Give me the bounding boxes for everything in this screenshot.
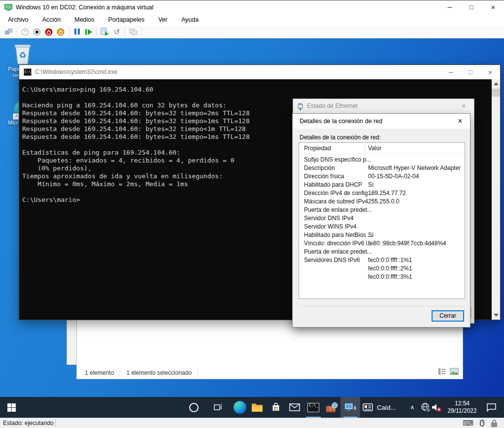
scroll-up-icon[interactable] [494, 82, 499, 85]
table-row: fec0:0:0:ffff::2%1 [299, 264, 465, 273]
vm-window-title: Windows 10 en DC02: Conexión a máquina v… [16, 0, 153, 14]
vm-maximize-button[interactable]: □ [461, 0, 482, 14]
table-row: Puerta de enlace predet... [299, 248, 465, 256]
vm-toolbar: ↺ [0, 26, 504, 38]
power-icon [21, 28, 29, 36]
table-row: Servidor DNS IPv4 [299, 214, 465, 223]
vm-monitor-icon [4, 3, 13, 13]
pause-icon [73, 28, 80, 36]
table-row: Habilitado para NetBios ...Sí [299, 231, 465, 239]
scroll-thumb[interactable] [492, 89, 500, 97]
taskbar-explorer-button[interactable] [247, 397, 268, 418]
windows-logo-icon [7, 403, 16, 412]
network-connections-icon [344, 403, 357, 412]
cmd-close-button[interactable]: × [480, 65, 500, 79]
save-state-vm-button[interactable] [55, 27, 67, 37]
tray-volume-button[interactable] [430, 397, 443, 418]
table-row: Máscara de subred IPv4255.255.0.0 [299, 198, 465, 206]
checkpoint-icon [101, 28, 109, 36]
table-row: Vínculo: dirección IPv6 l...fe80::98cb:9… [299, 239, 465, 248]
explorer-statusbar: 1 elemento 1 elemento seleccionado [77, 367, 463, 379]
enhanced-session-icon [129, 29, 137, 35]
enhanced-session-button[interactable] [127, 27, 139, 37]
column-header-property[interactable]: Propiedad [304, 143, 331, 154]
firewall-icon [326, 402, 338, 413]
tray-chevron-button[interactable]: ∧ [405, 397, 420, 418]
details-table[interactable]: Propiedad Valor Sufijo DNS específico p.… [299, 142, 465, 299]
start-vm-button[interactable] [19, 27, 31, 37]
table-row: DescripciónMicrosoft Hyper-V Network Ada… [299, 164, 465, 172]
globe-no-internet-icon [421, 402, 431, 412]
turn-off-vm-button[interactable] [43, 27, 55, 37]
scroll-down-icon[interactable] [494, 314, 499, 317]
thumbnails-view-button[interactable] [450, 368, 459, 377]
menu-ayuda[interactable]: Ayuda [174, 14, 205, 26]
details-close-button[interactable]: × [451, 114, 469, 129]
taskbar-mail-button[interactable] [284, 397, 305, 418]
task-view-icon [214, 403, 223, 411]
details-view-button[interactable] [438, 368, 446, 377]
start-button[interactable] [0, 397, 23, 418]
taskbar-clock[interactable]: 12:54 29/11/2022 [442, 397, 482, 418]
mail-icon [289, 403, 300, 411]
taskbar-cmd-button[interactable]: C:\_ [303, 397, 324, 418]
table-row: Sufijo DNS específico p... [299, 156, 465, 164]
table-row: Puerta de enlace predet... [299, 206, 465, 214]
pause-vm-button[interactable] [71, 27, 83, 37]
table-row: Dirección física00-15-5D-0A-02-04 [299, 172, 465, 181]
details-dialog-title: Detalles de la conexión de red [300, 114, 382, 129]
menu-ver[interactable]: Ver [151, 14, 174, 26]
lock-icon [491, 419, 497, 428]
vm-titlebar: Windows 10 en DC02: Conexión a máquina v… [0, 0, 504, 14]
menu-portapapeles[interactable]: Portapapeles [101, 14, 152, 26]
cerrar-button[interactable]: Cerrar [432, 310, 464, 322]
menu-accion[interactable]: Acción [35, 14, 68, 26]
taskbar-network-connections-button[interactable] [340, 397, 360, 418]
play-icon [85, 29, 92, 35]
news-icon [363, 403, 373, 412]
table-row: fec0:0:0:ffff::3%1 [299, 273, 465, 281]
menu-archivo[interactable]: Archivo [1, 14, 35, 26]
cortana-icon [189, 403, 199, 412]
ctrl-alt-del-button[interactable] [3, 27, 15, 37]
action-center-button[interactable] [481, 397, 502, 418]
cmd-scrollbar[interactable] [492, 79, 500, 320]
shutdown-vm-button[interactable] [31, 27, 43, 37]
news-widget[interactable]: Caíd... [363, 397, 396, 418]
vm-minimize-button[interactable]: ─ [439, 0, 461, 14]
speaker-muted-icon [431, 403, 442, 412]
revert-checkpoint-button[interactable]: ↺ [111, 27, 123, 37]
power-save-orange-icon [57, 28, 65, 36]
resume-vm-button[interactable] [83, 27, 95, 37]
checkpoint-button[interactable] [99, 27, 111, 37]
details-titlebar: Detalles de la conexión de red × [293, 114, 470, 129]
cmd-icon: C:\_ [307, 403, 319, 412]
task-view-button[interactable] [208, 397, 229, 418]
taskbar-store-button[interactable] [266, 397, 286, 418]
ethernet-dialog-close-button[interactable]: × [455, 99, 472, 113]
menu-medios[interactable]: Medios [67, 14, 101, 26]
table-row: Servidor WINS IPv4 [299, 223, 465, 231]
vm-close-button[interactable]: × [482, 0, 504, 14]
cmd-minimize-button[interactable]: ─ [441, 65, 461, 79]
details-table-label: Detalles de la conexión de red: [300, 134, 381, 141]
ethernet-dialog-title: Estado de Ethernet [307, 99, 358, 113]
power-off-red-icon [45, 28, 53, 36]
cmd-titlebar: C:\ C:\Windows\system32\cmd.exe ─ □ × [19, 65, 500, 79]
action-center-icon [486, 403, 497, 412]
revert-icon: ↺ [114, 28, 120, 36]
keyboard-capture-icon: ⌨ [463, 419, 473, 428]
taskbar-firewall-button[interactable] [322, 397, 342, 418]
cmd-maximize-button[interactable]: □ [461, 65, 480, 79]
clock-date: 29/11/2022 [442, 407, 482, 415]
explorer-item-count: 1 elemento [85, 369, 114, 376]
table-row: Servidores DNS IPv6fec0:0:0:ffff::1%1 [299, 256, 465, 264]
taskbar: C:\_ Caíd... ∧ 12:54 29/11/2022 [0, 397, 504, 418]
store-icon [271, 402, 281, 412]
column-header-value[interactable]: Valor [368, 143, 381, 154]
table-row: Habilitado para DHCPSí [299, 181, 465, 189]
table-row: Dirección IPv4 de config...169.254.77.72 [299, 189, 465, 198]
vm-status-text: Estado: ejecutando [3, 418, 54, 428]
news-widget-text: Caíd... [377, 404, 396, 411]
cortana-button[interactable] [183, 397, 204, 418]
